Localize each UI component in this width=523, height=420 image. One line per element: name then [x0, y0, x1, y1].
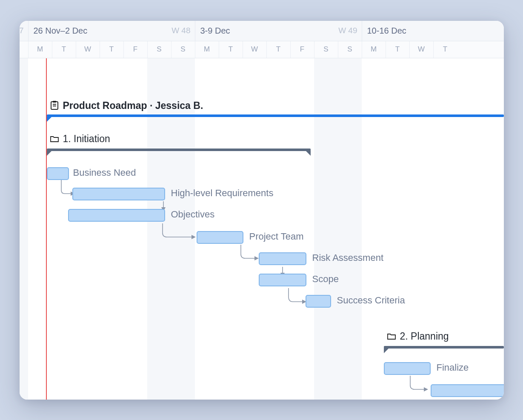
- svg-rect-8: [53, 101, 56, 103]
- day-label: F: [133, 45, 137, 54]
- project-owner: Jessica B.: [155, 100, 203, 111]
- svg-marker-3: [254, 256, 259, 260]
- task-bar-finalize[interactable]: [384, 362, 431, 375]
- task-label: Objectives: [171, 209, 215, 220]
- weekend-shade: [20, 58, 28, 400]
- folder-icon: [387, 333, 396, 340]
- phase-initiation-summary-bar[interactable]: [47, 149, 311, 153]
- task-label: Risk Assessment: [312, 252, 384, 263]
- today-marker: [46, 58, 47, 400]
- day-label: S: [157, 45, 161, 54]
- phase-index: 1.: [63, 133, 71, 144]
- svg-marker-6: [424, 387, 428, 391]
- week-label[interactable]: 3-9 Dec: [200, 26, 230, 36]
- task-bar-business-need[interactable]: [47, 167, 69, 180]
- day-label: M: [204, 45, 210, 54]
- timeline-header-days: S M T W T F S S M T W T F S S M T W T: [20, 41, 504, 58]
- day-label: T: [443, 45, 447, 54]
- task-label: Project Team: [249, 231, 304, 242]
- task-bar-project-team[interactable]: [197, 231, 243, 244]
- phase-planning-summary-bar[interactable]: [384, 346, 504, 350]
- project-title-row[interactable]: Product Roadmap · Jessica B.: [50, 100, 203, 111]
- weekend-shade: [314, 58, 362, 400]
- phase-name: Planning: [411, 331, 449, 342]
- day-label: M: [37, 45, 43, 54]
- gantt-body[interactable]: Product Roadmap · Jessica B. 1. Initiati…: [20, 58, 504, 400]
- day-label: W: [418, 45, 425, 54]
- phase-index: 2.: [400, 331, 408, 342]
- phase-planning-row[interactable]: 2. Planning: [387, 331, 449, 342]
- project-title: Product Roadmap: [63, 100, 147, 111]
- day-label: T: [229, 45, 233, 54]
- task-label: Business Need: [73, 167, 136, 178]
- task-label: Scope: [312, 274, 339, 285]
- week-label[interactable]: 26 Nov–2 Dec: [34, 26, 88, 36]
- task-label: High-level Requirements: [171, 188, 274, 199]
- day-label: S: [323, 45, 328, 54]
- project-summary-bar[interactable]: [47, 114, 504, 119]
- task-label: Finalize: [437, 362, 469, 373]
- phase-initiation-row[interactable]: 1. Initiation: [50, 133, 110, 145]
- separator: ·: [147, 100, 155, 111]
- day-label: W: [251, 45, 258, 54]
- week-number-prev: 47: [20, 26, 24, 35]
- day-label: W: [84, 45, 91, 54]
- week-label[interactable]: 10-16 Dec: [367, 26, 406, 36]
- clipboard-icon: [50, 101, 59, 110]
- day-label: T: [395, 45, 400, 54]
- day-label: F: [300, 45, 304, 54]
- day-label: S: [180, 45, 185, 54]
- day-label: T: [109, 45, 114, 54]
- task-bar-success[interactable]: [306, 295, 331, 308]
- task-bar-scope[interactable]: [259, 274, 306, 286]
- week-number: W 49: [338, 26, 357, 35]
- timeline-header-weeks: 47 26 Nov–2 Dec W 48 3-9 Dec W 49 10-16 …: [20, 21, 504, 41]
- day-label: M: [371, 45, 377, 54]
- day-label: T: [276, 45, 280, 54]
- task-bar-objectives[interactable]: [68, 209, 165, 222]
- day-label: T: [62, 45, 66, 54]
- task-label: Success Criteria: [337, 295, 405, 306]
- day-label: S: [347, 45, 352, 54]
- gantt-viewport: 47 26 Nov–2 Dec W 48 3-9 Dec W 49 10-16 …: [20, 21, 504, 400]
- task-bar-next[interactable]: [431, 384, 504, 397]
- week-number: W 48: [171, 26, 190, 35]
- task-bar-risk[interactable]: [259, 252, 306, 265]
- phase-name: Initiation: [74, 133, 110, 144]
- folder-icon: [50, 135, 59, 142]
- task-bar-hl-req[interactable]: [72, 188, 165, 200]
